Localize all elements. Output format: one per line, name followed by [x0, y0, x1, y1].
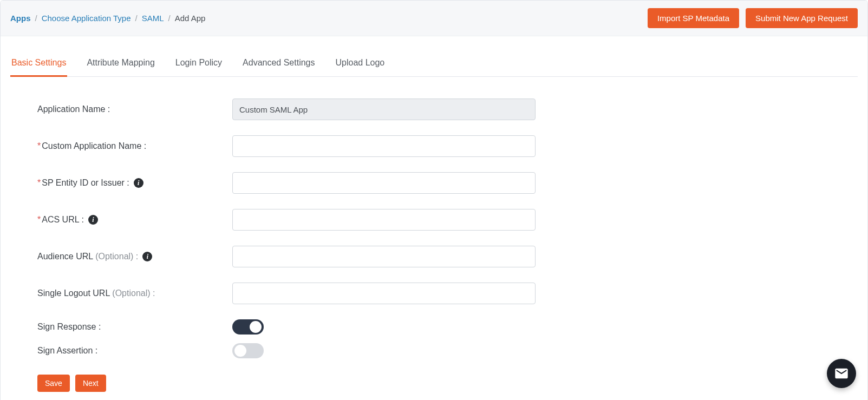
row-slo-url: Single Logout URL (Optional) : [37, 283, 831, 304]
label-acs-url: *ACS URL : i [37, 215, 232, 225]
sp-entity-id-input[interactable] [232, 172, 536, 194]
info-icon[interactable]: i [88, 215, 98, 225]
sign-assertion-toggle[interactable] [232, 343, 264, 358]
submit-new-app-request-button[interactable]: Submit New App Request [746, 8, 858, 28]
tab-advanced-settings[interactable]: Advanced Settings [242, 51, 316, 77]
tab-attribute-mapping[interactable]: Attribute Mapping [86, 51, 155, 77]
top-actions: Import SP Metadata Submit New App Reques… [648, 8, 858, 28]
label-application-name: Application Name : [37, 104, 232, 114]
label-sign-response: Sign Response : [37, 322, 232, 332]
row-audience-url: Audience URL (Optional) : i [37, 246, 831, 267]
breadcrumb-sep: / [168, 14, 171, 23]
sign-response-toggle[interactable] [232, 319, 264, 335]
row-custom-app-name: *Custom Application Name : [37, 135, 831, 157]
tab-upload-logo[interactable]: Upload Logo [335, 51, 386, 77]
single-logout-url-input[interactable] [232, 283, 536, 304]
label-audience-url: Audience URL (Optional) : i [37, 252, 232, 261]
label-sp-entity: *SP Entity ID or Issuer : i [37, 178, 232, 188]
footer-actions: Save Next [10, 375, 858, 392]
acs-url-input[interactable] [232, 209, 536, 231]
tabs: Basic Settings Attribute Mapping Login P… [10, 51, 858, 77]
form-area: Application Name : *Custom Application N… [10, 77, 858, 358]
breadcrumb-choose-type[interactable]: Choose Application Type [42, 14, 131, 23]
breadcrumb-saml[interactable]: SAML [142, 14, 164, 23]
row-acs-url: *ACS URL : i [37, 209, 831, 231]
application-name-input [232, 99, 536, 120]
info-icon[interactable]: i [142, 252, 152, 261]
chat-fab[interactable] [827, 359, 856, 388]
row-sign-response: Sign Response : [37, 319, 831, 335]
row-sign-assertion: Sign Assertion : [37, 343, 831, 358]
tab-login-policy[interactable]: Login Policy [174, 51, 223, 77]
breadcrumb-sep: / [135, 14, 138, 23]
mail-icon [834, 366, 849, 381]
breadcrumb-apps[interactable]: Apps [10, 14, 31, 23]
audience-url-input[interactable] [232, 246, 536, 267]
breadcrumb: Apps / Choose Application Type / SAML / … [10, 14, 205, 23]
row-application-name: Application Name : [37, 99, 831, 120]
label-slo-url: Single Logout URL (Optional) : [37, 288, 232, 298]
topbar: Apps / Choose Application Type / SAML / … [1, 1, 867, 36]
row-sp-entity: *SP Entity ID or Issuer : i [37, 172, 831, 194]
info-icon[interactable]: i [134, 178, 143, 188]
label-custom-app-name: *Custom Application Name : [37, 141, 232, 151]
save-button[interactable]: Save [37, 375, 70, 392]
breadcrumb-current: Add App [175, 14, 206, 23]
tab-basic-settings[interactable]: Basic Settings [10, 51, 67, 77]
import-sp-metadata-button[interactable]: Import SP Metadata [648, 8, 739, 28]
next-button[interactable]: Next [75, 375, 106, 392]
label-sign-assertion: Sign Assertion : [37, 346, 232, 356]
custom-application-name-input[interactable] [232, 135, 536, 157]
breadcrumb-sep: / [35, 14, 37, 23]
